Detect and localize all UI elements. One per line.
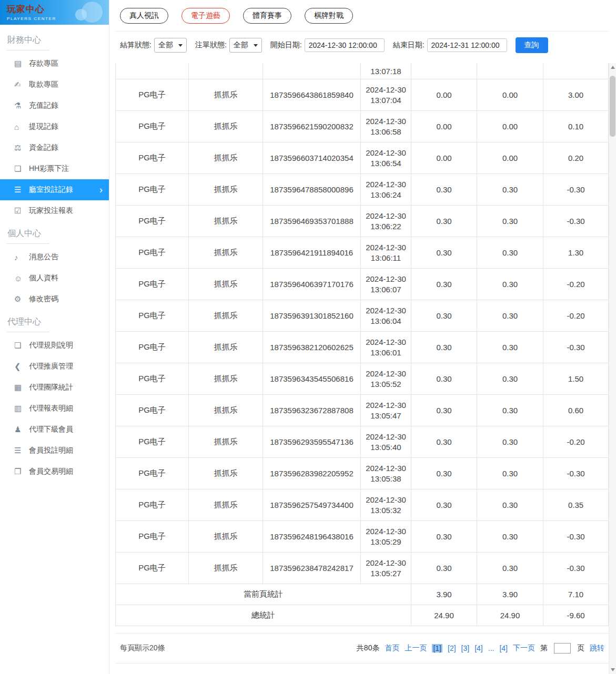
cell-bet-amount: 0.00	[411, 79, 477, 111]
next-page-link[interactable]: 下一页	[513, 644, 535, 653]
tab-sports-events[interactable]: 體育賽事	[243, 8, 291, 24]
main-content: 真人視訊電子遊藝體育賽事棋牌對戰 結算狀態: 全部 注單狀態: 全部 開始日期:…	[109, 0, 616, 674]
cell-time: 2024-12-30 13:06:54	[361, 142, 411, 174]
vertical-scrollbar[interactable]	[609, 63, 616, 674]
cell-date-line: 2024-12-30	[362, 369, 409, 379]
sidebar-item-deposit-zone[interactable]: ▤存款專區	[0, 53, 109, 74]
cell-win-loss: 0.20	[543, 142, 609, 174]
cell-game: 抓抓乐	[189, 300, 263, 332]
order-status-select[interactable]: 全部	[229, 38, 262, 53]
cell-platform: PG电子	[115, 458, 189, 489]
cell-game: 抓抓乐	[189, 489, 263, 521]
cell-platform: PG电子	[115, 269, 189, 300]
last-page-number-link[interactable]: [4]	[499, 644, 508, 652]
sidebar-item-profile[interactable]: ☺個人資料	[0, 268, 109, 289]
sidebar-item-label: 代理團隊統計	[29, 383, 73, 392]
order-status-label: 注單狀態:	[195, 40, 227, 50]
sidebar-item-member-bet-detail[interactable]: ☰會員投註明細	[0, 440, 109, 461]
first-page-link[interactable]: 首页	[385, 644, 399, 653]
cell-time: 2024-12-30 13:06:07	[361, 269, 411, 300]
sidebar-item-agent-promotion[interactable]: ❮代理推廣管理	[0, 356, 109, 377]
cell-platform: PG电子	[115, 206, 189, 237]
cell-win-loss: 0.10	[543, 111, 609, 142]
sidebar-item-agent-report-detail[interactable]: ▥代理報表明細	[0, 398, 109, 419]
cell-order-id: 1873596238478242817	[263, 553, 361, 584]
page-stats-bet: 3.90	[411, 584, 477, 605]
cell-win-loss: -0.30	[543, 206, 609, 237]
sidebar-item-room-bet-records[interactable]: ☰廳室投註記錄›	[0, 179, 109, 200]
sidebar-item-recharge-records[interactable]: ⚗充值記錄	[0, 95, 109, 116]
tab-chess-card-battle[interactable]: 棋牌對戰	[305, 8, 353, 24]
header-decoration-circle-small	[75, 9, 87, 21]
cell-date-line: 2024-12-30	[362, 274, 409, 284]
page-stats-valid: 3.90	[477, 584, 543, 605]
cell-platform: PG电子	[115, 363, 189, 395]
withdraw-zone-icon: ✍	[14, 80, 29, 89]
cell-game: 抓抓乐	[189, 79, 263, 111]
total-stats-bet: 24.90	[411, 605, 477, 626]
cell-bet-amount: 0.30	[411, 300, 477, 332]
section-header-label: 代理中心	[6, 316, 49, 332]
sidebar-item-label: 存款專區	[29, 59, 58, 68]
cell-win-loss: 1.30	[543, 237, 609, 269]
page-3-link[interactable]: [3]	[461, 644, 470, 652]
cell-win-loss	[543, 63, 609, 79]
scroll-down-arrow-icon[interactable]	[609, 666, 616, 674]
sidebar-item-hh-lottery-bets[interactable]: ❏HH彩票下注	[0, 158, 109, 179]
member-bet-detail-icon: ☰	[14, 446, 29, 455]
clipped-table-row: 13:07:18	[115, 63, 609, 79]
sidebar-item-label: 廳室投註記錄	[29, 185, 73, 195]
cell-time: 2024-12-30 13:05:29	[361, 521, 411, 553]
table-row: PG电子 抓抓乐 1873596257549734400 2024-12-30 …	[115, 489, 609, 521]
tab-electronic-games[interactable]: 電子遊藝	[181, 8, 230, 24]
cell-order-id: 1873596283982205952	[263, 458, 361, 489]
cell-time-line: 13:06:11	[362, 253, 409, 263]
cell-platform: PG电子	[115, 553, 189, 584]
page-2-link[interactable]: [2]	[448, 644, 456, 652]
sidebar-item-label: 充值記錄	[29, 101, 58, 110]
cell-valid-bet: 0.30	[477, 489, 543, 521]
sidebar-item-agent-sub-members[interactable]: ♟代理下級會員	[0, 419, 109, 440]
section-header: 代理中心	[0, 316, 109, 332]
cell-game: 抓抓乐	[189, 553, 263, 584]
cell-game: 抓抓乐	[189, 426, 263, 458]
page-stats-row: 當前頁統計 3.90 3.90 7.10	[115, 584, 609, 605]
sidebar-item-change-password[interactable]: ⚙修改密碼	[0, 289, 109, 310]
sidebar-item-withdrawal-records[interactable]: ⌂提現記錄	[0, 116, 109, 137]
sidebar-item-fund-records[interactable]: ⚖資金記錄	[0, 137, 109, 158]
cell-bet-amount: 0.30	[411, 395, 477, 426]
sidebar-item-agent-team-stats[interactable]: ▦代理團隊統計	[0, 377, 109, 398]
settle-status-label: 結算狀態:	[120, 40, 152, 50]
sidebar-item-player-bet-report[interactable]: ☑玩家投注報表	[0, 200, 109, 221]
cell-time-line: 13:05:40	[362, 442, 409, 453]
sidebar-item-agent-rules[interactable]: ❏代理規則說明	[0, 335, 109, 356]
settle-status-select[interactable]: 全部	[154, 38, 187, 53]
cell-win-loss: 0.60	[543, 395, 609, 426]
page-1-link[interactable]: [1]	[432, 644, 442, 652]
prev-page-link[interactable]: 上一页	[405, 644, 427, 653]
goto-button[interactable]: 跳转	[590, 644, 604, 653]
cell-time-line: 13:06:24	[362, 190, 409, 200]
agent-promotion-icon: ❮	[14, 362, 29, 371]
cell-game: 抓抓乐	[189, 363, 263, 395]
start-date-input[interactable]	[305, 38, 385, 52]
sidebar-item-member-transaction-detail[interactable]: ❐會員交易明細	[0, 461, 109, 482]
cell-order-id: 1873596406397170176	[263, 269, 361, 300]
cell-bet-amount: 0.30	[411, 553, 477, 584]
tab-live-video[interactable]: 真人視訊	[120, 8, 168, 24]
scroll-up-arrow-icon[interactable]	[609, 63, 616, 72]
cell-game: 抓抓乐	[189, 458, 263, 489]
section-header-label: 財務中心	[6, 35, 49, 50]
sidebar-item-withdraw-zone[interactable]: ✍取款專區	[0, 74, 109, 95]
scrollbar-thumb[interactable]	[610, 76, 615, 137]
end-date-input[interactable]	[427, 38, 507, 52]
cell-win-loss: 3.00	[543, 79, 609, 111]
page-4-link[interactable]: [4]	[474, 644, 483, 652]
goto-page-input[interactable]	[554, 643, 571, 653]
settle-status-value: 全部	[158, 40, 173, 50]
chevron-down-icon	[254, 44, 258, 47]
cell-game: 抓抓乐	[189, 174, 263, 206]
search-button[interactable]: 查詢	[516, 37, 548, 53]
sidebar-item-announcements[interactable]: ♪消息公告	[0, 247, 109, 268]
cell-platform: PG电子	[115, 142, 189, 174]
